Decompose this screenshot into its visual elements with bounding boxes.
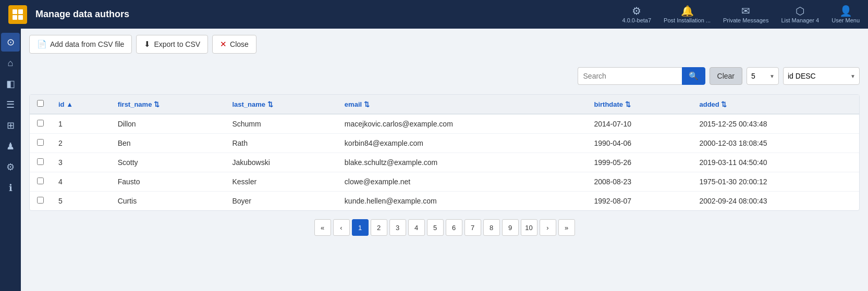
row-checkbox-cell [30,172,51,192]
row-checkbox-cell [30,192,51,211]
cell-added: 2000-12-03 18:08:45 [692,134,860,153]
cell-added: 2002-09-24 08:00:43 [692,192,860,211]
page-3-button[interactable]: 3 [389,219,406,236]
row-checkbox-cell [30,153,51,172]
cell-first-name: Ben [111,134,225,153]
page-10-button[interactable]: 10 [521,219,537,236]
page-5-button[interactable]: 5 [427,219,444,236]
table-row: 4 Fausto Kessler clowe@example.net 2008-… [30,172,859,192]
cell-last-name: Jakubowski [225,153,337,172]
col-first-name[interactable]: first_name ⇅ [111,95,225,114]
add-csv-icon: 📄 [37,40,47,49]
main-content: 📄 Add data from CSV file ⬇ Export to CSV… [21,29,868,291]
pagination: « ‹ 1 2 3 4 5 6 7 8 9 10 › » [29,211,860,240]
page-last-button[interactable]: » [558,219,575,236]
sidebar-item-list[interactable]: ☰ [1,95,20,114]
page-8-button[interactable]: 8 [483,219,500,236]
page-first-button[interactable]: « [314,219,331,236]
col-id[interactable]: id ▲ [51,95,111,114]
page-6-button[interactable]: 6 [446,219,462,236]
row-checkbox[interactable] [37,139,44,146]
post-installation[interactable]: 🔔 Post Installation ... [664,6,711,23]
cell-last-name: Kessler [225,172,337,192]
bell-icon: 🔔 [681,6,694,16]
cell-email: macejkovic.carlos@example.com [337,114,587,134]
search-button[interactable]: 🔍 [682,67,705,85]
sidebar-item-house[interactable]: ⌂ [1,54,20,72]
col-email[interactable]: email ⇅ [337,95,587,114]
row-checkbox[interactable] [37,120,44,126]
page-4-button[interactable]: 4 [408,219,425,236]
logo [8,5,27,24]
page-1-button[interactable]: 1 [352,219,369,236]
per-page-wrap: 5 10 15 25 50 100 [747,67,779,85]
cell-email: kunde.hellen@example.com [337,192,587,211]
sidebar-item-info[interactable]: ℹ [1,179,20,197]
cell-first-name: Curtis [111,192,225,211]
cell-birthdate: 1990-04-06 [586,134,692,153]
page-7-button[interactable]: 7 [464,219,481,236]
cell-id: 5 [51,192,111,211]
clear-button[interactable]: Clear [710,67,742,85]
col-birthdate[interactable]: birthdate ⇅ [586,95,692,114]
top-nav: Manage data authors ⚙ 4.0.0-beta7 🔔 Post… [0,0,868,29]
cell-birthdate: 2008-08-23 [586,172,692,192]
select-all-checkbox[interactable] [37,100,44,107]
row-checkbox[interactable] [37,158,44,165]
sidebar-item-plugin[interactable]: ⊞ [1,116,20,135]
page-9-button[interactable]: 9 [502,219,519,236]
cell-id: 2 [51,134,111,153]
search-input[interactable] [578,67,682,85]
per-page-select[interactable]: 5 10 15 25 50 100 [747,67,779,85]
svg-rect-3 [18,15,23,20]
cell-email: clowe@example.net [337,172,587,192]
layout: ⊙ ⌂ ◧ ☰ ⊞ ♟ ⚙ ℹ 📄 Add data from CSV file… [0,29,868,291]
close-button[interactable]: ✕ Close [212,35,256,54]
cell-email: korbin84@example.com [337,134,587,153]
table-row: 3 Scotty Jakubowski blake.schultz@exampl… [30,153,859,172]
sort-select[interactable]: id DESC id ASC first_name ASC first_name… [783,67,860,85]
cell-id: 3 [51,153,111,172]
toolbar: 📄 Add data from CSV file ⬇ Export to CSV… [29,35,860,54]
sidebar-item-tools[interactable]: ⚙ [1,158,20,176]
table-row: 2 Ben Rath korbin84@example.com 1990-04-… [30,134,859,153]
export-csv-button[interactable]: ⬇ Export to CSV [136,35,208,54]
add-csv-button[interactable]: 📄 Add data from CSV file [29,35,132,54]
select-all-col [30,95,51,114]
col-added[interactable]: added ⇅ [692,95,860,114]
table-row: 5 Curtis Boyer kunde.hellen@example.com … [30,192,859,211]
close-icon: ✕ [220,40,227,49]
cell-added: 2015-12-25 00:43:48 [692,114,860,134]
data-table: id ▲ first_name ⇅ last_name ⇅ email ⇅ bi [29,94,860,211]
cell-last-name: Schumm [225,114,337,134]
page-next-button[interactable]: › [540,219,556,236]
list-manager-icon: ⬡ [796,6,804,16]
joomla-icon: ⚙ [632,6,641,16]
row-checkbox[interactable] [37,178,44,184]
private-messages[interactable]: ✉ Private Messages [723,6,768,23]
cell-birthdate: 2014-07-10 [586,114,692,134]
row-checkbox-cell [30,134,51,153]
sidebar-item-doc[interactable]: ◧ [1,74,20,93]
list-manager[interactable]: ⬡ List Manager 4 [781,6,819,23]
user-menu[interactable]: 👤 User Menu [832,6,860,23]
joomla-version[interactable]: ⚙ 4.0.0-beta7 [622,6,651,23]
col-last-name[interactable]: last_name ⇅ [225,95,337,114]
page-prev-button[interactable]: ‹ [333,219,350,236]
filter-bar: 🔍 Clear 5 10 15 25 50 100 id DESC id ASC [29,62,860,90]
cell-first-name: Fausto [111,172,225,192]
top-nav-icons: ⚙ 4.0.0-beta7 🔔 Post Installation ... ✉ … [622,6,860,23]
cell-first-name: Scotty [111,153,225,172]
sidebar-item-users[interactable]: ♟ [1,137,20,156]
svg-rect-1 [18,9,23,14]
row-checkbox[interactable] [37,197,44,204]
sidebar-item-home[interactable]: ⊙ [1,33,20,52]
cell-birthdate: 1999-05-26 [586,153,692,172]
table-row: 1 Dillon Schumm macejkovic.carlos@exampl… [30,114,859,134]
mail-icon: ✉ [741,6,750,16]
svg-rect-0 [13,9,17,14]
search-icon: 🔍 [689,71,699,81]
svg-rect-2 [13,15,17,20]
page-2-button[interactable]: 2 [371,219,387,236]
search-wrap: 🔍 [578,67,705,85]
